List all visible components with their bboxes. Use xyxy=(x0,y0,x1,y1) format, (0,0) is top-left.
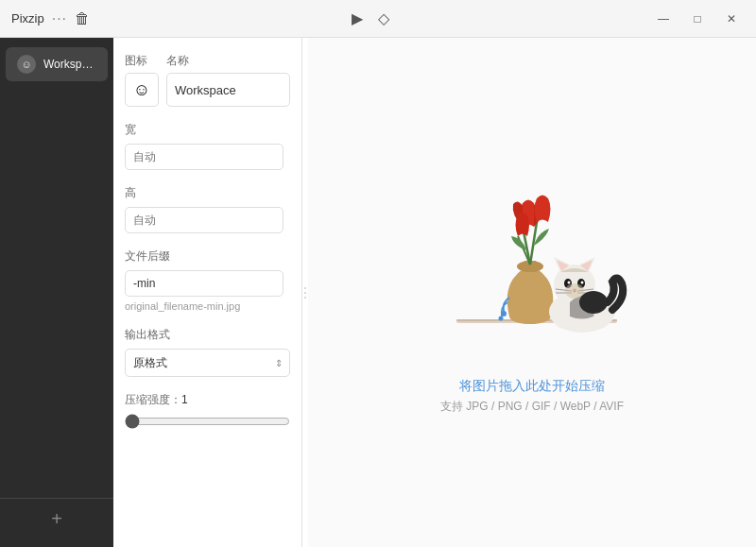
clear-button[interactable]: ◇ xyxy=(378,9,389,27)
title-bar: Pixzip ··· 🗑 ▶ ◇ — □ ✕ xyxy=(0,0,756,38)
suffix-label: 文件后缀 xyxy=(125,248,290,265)
icon-col-header: 图标 xyxy=(125,53,159,69)
strength-label: 压缩强度：1 xyxy=(125,392,290,408)
delete-button[interactable]: 🗑 xyxy=(75,10,90,27)
drop-zone[interactable]: 将图片拖入此处开始压缩 支持 JPG / PNG / GIF / WebP / … xyxy=(308,38,756,547)
strength-value: 1 xyxy=(181,393,188,406)
height-input[interactable] xyxy=(125,207,284,233)
properties-panel: 图标 名称 ☺ 宽 高 文件后缀 original_filename-min.j… xyxy=(113,38,302,547)
drop-secondary-text: 支持 JPG / PNG / GIF / WebP / AVIF xyxy=(440,399,624,415)
minimize-button[interactable]: — xyxy=(650,9,677,28)
svg-point-28 xyxy=(565,283,584,299)
width-label: 宽 xyxy=(125,122,290,138)
svg-point-26 xyxy=(556,317,575,329)
toolbar: ▶ ◇ xyxy=(352,9,389,27)
icon-picker[interactable]: ☺ xyxy=(125,73,159,107)
file-hint: original_filename-min.jpg xyxy=(125,300,290,312)
cat-flower-svg xyxy=(428,170,636,359)
strength-section: 压缩强度：1 xyxy=(125,392,290,433)
svg-point-6 xyxy=(499,316,504,321)
maximize-button[interactable]: □ xyxy=(684,9,711,28)
icon-name-section: 图标 名称 ☺ xyxy=(125,53,290,107)
workspace-icon: ☺ xyxy=(17,55,36,74)
svg-point-19 xyxy=(581,282,584,284)
format-section: 输出格式 原格式 JPG PNG WebP AVIF ⇕ xyxy=(125,327,290,377)
more-button[interactable]: ··· xyxy=(52,10,67,27)
svg-point-18 xyxy=(568,282,571,284)
suffix-input[interactable] xyxy=(125,270,284,297)
run-button[interactable]: ▶ xyxy=(352,9,363,27)
illustration xyxy=(428,170,636,363)
height-label: 高 xyxy=(125,185,290,201)
workspace-name-input[interactable] xyxy=(166,73,290,107)
main-layout: ☺ Workspa... + 图标 名称 ☺ 宽 高 xyxy=(0,38,756,547)
width-section: 宽 xyxy=(125,122,290,170)
icon-value: ☺ xyxy=(133,80,150,100)
header-table: 图标 名称 xyxy=(125,53,290,69)
width-input[interactable] xyxy=(125,144,284,170)
slider-wrapper xyxy=(125,414,290,433)
svg-point-27 xyxy=(589,317,608,329)
sidebar-item-workspace[interactable]: ☺ Workspa... xyxy=(6,47,108,81)
format-select-wrapper: 原格式 JPG PNG WebP AVIF ⇕ xyxy=(125,349,290,377)
suffix-section: 文件后缀 original_filename-min.jpg xyxy=(125,248,290,312)
app-title: Pixzip xyxy=(11,11,44,26)
sidebar: ☺ Workspa... + xyxy=(0,38,113,547)
height-section: 高 xyxy=(125,185,290,233)
format-label: 输出格式 xyxy=(125,327,290,343)
window-controls: — □ ✕ xyxy=(650,9,745,28)
title-bar-left: Pixzip ··· 🗑 xyxy=(11,10,90,27)
drop-primary-text: 将图片拖入此处开始压缩 xyxy=(459,378,605,395)
sidebar-item-label: Workspa... xyxy=(43,58,96,71)
format-select[interactable]: 原格式 JPG PNG WebP AVIF xyxy=(125,349,290,377)
add-workspace-button[interactable]: + xyxy=(0,498,113,539)
strength-slider[interactable] xyxy=(125,414,290,429)
name-col-header: 名称 xyxy=(166,53,290,69)
close-button[interactable]: ✕ xyxy=(718,9,745,28)
